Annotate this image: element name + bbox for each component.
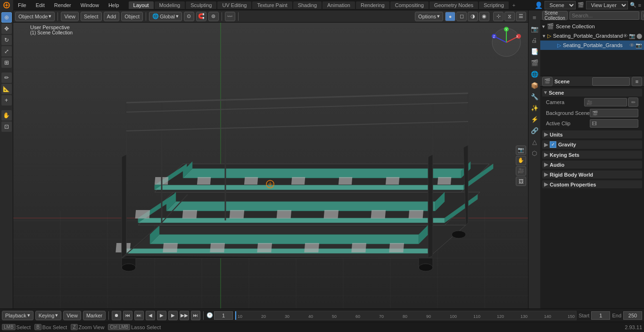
prop-icon-filter[interactable]: ≡ — [529, 12, 540, 23]
viewport-shading-wire[interactable]: ◻ — [456, 12, 467, 21]
prop-search[interactable] — [592, 77, 630, 86]
outliner-item-grandstand[interactable]: ▾ ▷ Seating_Portable_Grandstand 👁 📷 ⬤ — [540, 31, 644, 40]
timeline-ruler[interactable]: 10 20 30 40 50 60 70 80 90 100 110 120 1… — [235, 311, 577, 320]
rigidbody-section-header[interactable]: ▶ Rigid Body World — [542, 170, 642, 178]
scene-selector[interactable]: Scene — [545, 1, 576, 9]
camera-value[interactable]: 🎥 — [584, 98, 627, 106]
proportional-edit[interactable]: ⊚ — [208, 12, 219, 21]
prop-icon-physics[interactable]: ⚡ — [529, 114, 540, 124]
annotate-tool[interactable]: ✏ — [1, 73, 12, 83]
prop-icon-world[interactable]: 🌐 — [529, 69, 540, 79]
move-tool[interactable]: ✥ — [1, 24, 12, 34]
prop-header-icon[interactable]: 🎬 — [542, 77, 553, 86]
jump-end-btn[interactable]: ⏭ — [191, 311, 200, 320]
end-frame-input[interactable] — [623, 311, 642, 320]
next-keyframe-btn[interactable]: ▶▶ — [180, 311, 189, 320]
show-xray[interactable]: ☰ — [516, 12, 526, 21]
camera-icon-2[interactable]: 📷 — [636, 42, 642, 49]
custom-props-section-header[interactable]: ▶ Custom Properties — [542, 180, 642, 188]
axes-widget[interactable]: X Y Z — [490, 26, 522, 59]
image-btn[interactable]: 🖼 — [516, 177, 526, 186]
viewport-shading-material[interactable]: ◑ — [468, 12, 478, 21]
tab-geometry-nodes[interactable]: Geometry Nodes — [429, 1, 478, 9]
menu-window[interactable]: Window — [76, 1, 104, 9]
menu-help[interactable]: Help — [104, 1, 124, 9]
filter-icon[interactable]: ≡ — [638, 2, 641, 8]
transform-tool[interactable]: ⊞ — [1, 57, 12, 68]
tab-uv-editing[interactable]: UV Editing — [217, 1, 251, 9]
filter-btn[interactable]: 〰 — [225, 12, 235, 21]
show-overlays[interactable]: ⧖ — [504, 12, 515, 21]
snap-toggle[interactable]: 🧲 — [196, 12, 206, 21]
camera-edit-btn[interactable]: ✏ — [628, 97, 638, 107]
view-menu[interactable]: View — [61, 12, 79, 21]
tab-compositing[interactable]: Compositing — [390, 1, 429, 9]
options-btn[interactable]: Options ▾ — [415, 12, 443, 21]
playback-menu[interactable]: Playback ▾ — [2, 311, 33, 320]
prev-frame-btn[interactable]: ◀ — [146, 311, 155, 320]
transform-orientation[interactable]: 🌐 Global ▾ — [149, 12, 182, 21]
prop-icon-render[interactable]: 📷 — [529, 24, 540, 34]
marker-menu[interactable]: Marker — [83, 311, 106, 320]
select-menu[interactable]: Select — [81, 12, 102, 21]
prop-filter[interactable]: ≡ — [632, 77, 642, 86]
prop-icon-viewlayer[interactable]: 📑 — [529, 46, 540, 57]
viewport-shading-rendered[interactable]: ◉ — [479, 12, 489, 21]
move-view-tool[interactable]: ✋ — [1, 110, 12, 121]
pivot-point[interactable]: ⊙ — [184, 12, 194, 21]
menu-file[interactable]: File — [13, 1, 31, 9]
scale-tool[interactable]: ⤢ — [1, 46, 12, 57]
add-tool[interactable]: + — [1, 95, 12, 105]
cursor-tool[interactable]: ⊕ — [1, 12, 12, 23]
measure-tool[interactable]: 📐 — [1, 84, 12, 94]
camera2-btn[interactable]: 🎥 — [516, 166, 526, 176]
object-menu[interactable]: Object — [121, 12, 143, 21]
prop-icon-scene[interactable]: 🎬 — [529, 57, 540, 68]
prop-icon-object[interactable]: 📦 — [529, 80, 540, 90]
camera-icon[interactable]: 📷 — [629, 33, 636, 39]
scene-section-header[interactable]: ▾ Scene — [542, 89, 642, 97]
gravity-section-header[interactable]: ▶ ✓ Gravity — [542, 140, 642, 149]
tab-animation[interactable]: Animation — [322, 1, 355, 9]
blender-logo[interactable] — [0, 0, 13, 10]
tab-add-button[interactable]: + — [510, 1, 518, 9]
outliner-item-scene-collection[interactable]: ▾ 🎬 Scene Collection — [540, 22, 644, 31]
viewport-shading-solid[interactable]: ● — [445, 12, 455, 21]
play-btn[interactable]: ▶ — [157, 311, 166, 320]
prop-icon-output[interactable]: 🖨 — [529, 35, 540, 45]
start-frame-input[interactable] — [591, 311, 610, 320]
menu-edit[interactable]: Edit — [31, 1, 50, 9]
tab-shading[interactable]: Shading — [293, 1, 322, 9]
keying-menu[interactable]: Keying ▾ — [35, 311, 62, 320]
prop-icon-material[interactable]: ⬡ — [529, 148, 540, 158]
eye-icon-2[interactable]: 👁 — [629, 42, 635, 49]
units-section-header[interactable]: ▶ Units — [542, 130, 642, 138]
tab-rendering[interactable]: Rendering — [356, 1, 389, 9]
prop-icon-data[interactable]: △ — [529, 137, 540, 147]
background-scene-value[interactable]: 🎬 — [590, 109, 638, 117]
tab-sculpting[interactable]: Sculpting — [186, 1, 216, 9]
select-restrict-icon[interactable]: ⬤ — [636, 33, 642, 39]
viewport-3d[interactable]: User Perspective (1) Scene Collection X — [13, 23, 528, 308]
record-btn[interactable]: ⏺ — [112, 311, 121, 320]
gravity-checkbox[interactable]: ✓ — [550, 141, 556, 148]
keying-section-header[interactable]: ▶ Keying Sets — [542, 151, 642, 159]
mode-selector[interactable]: Object Mode ▾ — [15, 12, 55, 21]
current-frame-input[interactable] — [214, 311, 233, 320]
tab-layout[interactable]: Layout — [129, 1, 154, 9]
prop-icon-constraints[interactable]: 🔗 — [529, 125, 540, 136]
hand-tool-btn[interactable]: ✋ — [516, 156, 526, 165]
outliner-mode[interactable]: Scene Collection — [542, 11, 568, 20]
jump-start-btn[interactable]: ⏮ — [123, 311, 132, 320]
prop-icon-particles[interactable]: ✨ — [529, 103, 540, 113]
tab-texture-paint[interactable]: Texture Paint — [252, 1, 292, 9]
eye-icon[interactable]: 👁 — [623, 33, 628, 39]
view-layer-selector[interactable]: View Layer — [586, 1, 628, 9]
search-icon[interactable]: 🔍 — [630, 2, 636, 8]
extra-tool[interactable]: ⊡ — [1, 121, 12, 132]
show-gizmo[interactable]: ⊹ — [493, 12, 504, 21]
outliner-search[interactable] — [570, 11, 639, 20]
camera-view-btn[interactable]: 📷 — [516, 146, 526, 155]
active-clip-value[interactable]: 🎞 — [590, 119, 638, 128]
prev-keyframe-btn[interactable]: ⏭ — [134, 311, 144, 320]
